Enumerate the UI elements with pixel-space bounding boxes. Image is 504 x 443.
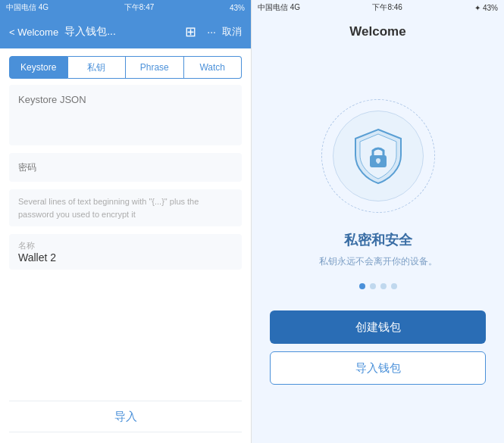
right-time: 下午8:46 [372,2,402,13]
qr-icon[interactable]: ⊞ [185,23,196,40]
tab-private-key[interactable]: 私钥 [68,56,127,79]
right-nav-title: Welcome [349,24,405,39]
left-panel: 中国电信 4G 下午8:47 43% < Welcome 导入钱包... ⊞ ·… [0,0,252,443]
right-panel: 中国电信 4G 下午8:46 ✦ 43% Welcome [252,0,504,443]
shield-outer-ring [321,99,435,213]
dot-2 [370,283,376,289]
back-button[interactable]: < Welcome [9,27,58,38]
left-status-bar: 中国电信 4G 下午8:47 43% [0,0,251,15]
password-field-block[interactable] [9,153,242,182]
tab-phrase[interactable]: Phrase [126,56,184,79]
more-options-icon[interactable]: ··· [207,26,216,38]
keystore-json-field[interactable] [9,85,242,145]
tab-watch[interactable]: Watch [184,56,243,79]
svg-rect-2 [377,161,379,164]
right-content: 私密和安全 私钥永远不会离开你的设备。 创建钱包 导入钱包 [252,48,504,443]
left-battery: 43% [230,4,245,12]
dot-3 [380,283,387,289]
form-area: Several lines of text beginning with "{.… [0,85,251,395]
shield-container [321,99,435,213]
dot-4 [391,283,397,289]
wallet-name-block: 名称 Wallet 2 [9,234,242,270]
security-subtitle: 私钥永远不会离开你的设备。 [319,255,437,268]
right-battery: ✦ 43% [474,4,498,12]
cancel-button[interactable]: 取消 [222,25,242,39]
security-title: 私密和安全 [344,231,412,249]
left-time: 下午8:47 [124,2,154,13]
shield-inner-ring [333,111,424,201]
name-label: 名称 [18,240,233,251]
left-nav: < Welcome 导入钱包... ⊞ ··· 取消 [0,15,251,48]
import-button-row: 导入 [0,395,251,443]
create-wallet-button[interactable]: 创建钱包 [270,310,486,344]
dot-1 [359,283,365,289]
left-carrier: 中国电信 4G [6,2,49,13]
keystore-json-input[interactable] [18,94,233,105]
right-nav: Welcome [252,15,504,48]
import-wallet-button[interactable]: 导入钱包 [270,351,486,385]
carousel-dots [359,283,397,289]
tab-keystore[interactable]: Keystore [9,56,68,79]
shield-lock-icon [352,126,405,186]
right-status-bar: 中国电信 4G 下午8:46 ✦ 43% [252,0,504,15]
right-carrier: 中国电信 4G [258,2,300,13]
nav-title: 导入钱包... [64,25,179,39]
tab-bar: Keystore 私钥 Phrase Watch [0,48,251,85]
import-button[interactable]: 导入 [9,401,242,432]
hint-text: Several lines of text beginning with "{.… [9,189,242,226]
name-value: Wallet 2 [18,251,233,264]
password-input[interactable] [18,162,233,173]
